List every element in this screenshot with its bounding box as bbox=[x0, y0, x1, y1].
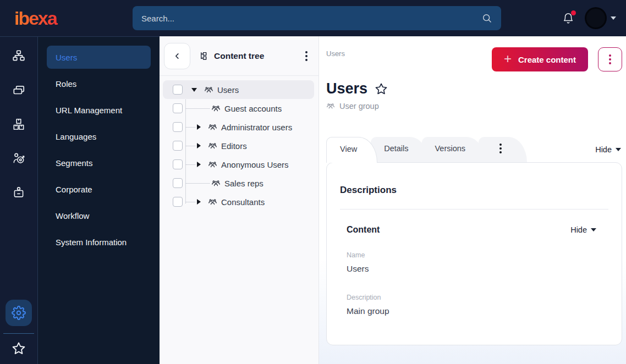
tree-checkbox[interactable] bbox=[173, 141, 183, 151]
user-group-icon bbox=[204, 85, 213, 95]
tree-connector bbox=[185, 108, 210, 109]
tab-view[interactable]: View bbox=[326, 137, 377, 163]
user-group-icon bbox=[211, 104, 221, 113]
ibexa-logo[interactable]: ibexa bbox=[14, 8, 133, 29]
tree-connector bbox=[185, 146, 195, 146]
tree-item-label: Sales reps bbox=[224, 179, 263, 188]
tree-item-users[interactable]: Users bbox=[163, 80, 314, 99]
tree-connector bbox=[185, 164, 195, 165]
tree-connector bbox=[185, 183, 210, 184]
tree-item-label: Consultants bbox=[221, 197, 265, 207]
sitemap-icon[interactable] bbox=[12, 49, 26, 63]
global-search bbox=[133, 6, 501, 30]
search-icon[interactable] bbox=[481, 13, 492, 24]
descriptions-card: Descriptions Content Hide Name Users bbox=[326, 162, 622, 345]
field-name: Name Users bbox=[347, 251, 608, 274]
user-group-icon bbox=[208, 123, 217, 132]
avatar[interactable] bbox=[586, 9, 605, 27]
hide-label: Hide bbox=[595, 145, 612, 154]
sidebar-menu: Users Roles URL Management Languages Seg… bbox=[38, 36, 160, 364]
tree-item-administrator-users[interactable]: Administrator users bbox=[163, 118, 314, 136]
personalization-target-icon[interactable] bbox=[12, 151, 26, 166]
expand-node-icon[interactable] bbox=[197, 162, 201, 167]
sidebar-item-languages[interactable]: Languages bbox=[47, 125, 151, 148]
settings-button[interactable] bbox=[6, 300, 32, 326]
tree-connector bbox=[185, 202, 195, 202]
field-description: Description Main group bbox=[347, 294, 608, 316]
bookmarks-button[interactable] bbox=[11, 341, 26, 356]
tabs: View Details Versions Hide bbox=[326, 137, 622, 162]
sidebar-item-system-information[interactable]: System Information bbox=[47, 230, 151, 253]
user-group-icon bbox=[208, 197, 217, 207]
notification-dot bbox=[571, 10, 576, 15]
sidebar-item-users[interactable]: Users bbox=[47, 46, 151, 69]
collapse-node-icon[interactable] bbox=[191, 88, 197, 92]
icon-rail bbox=[0, 36, 38, 364]
tree-checkbox[interactable] bbox=[173, 178, 183, 188]
tree-checkbox[interactable] bbox=[173, 85, 183, 95]
star-icon bbox=[11, 341, 26, 356]
tree-item-sales-reps[interactable]: Sales reps bbox=[163, 174, 314, 192]
user-group-icon bbox=[211, 179, 221, 188]
tree-item-label: Guest accounts bbox=[224, 104, 282, 113]
tree-checkbox[interactable] bbox=[173, 159, 183, 169]
sidebar-item-workflow[interactable]: Workflow bbox=[47, 204, 151, 227]
kebab-icon bbox=[606, 51, 614, 68]
tree-item-guest-accounts[interactable]: Guest accounts bbox=[163, 99, 314, 118]
user-group-icon bbox=[208, 160, 217, 169]
gear-icon bbox=[12, 306, 26, 320]
tree-options-button[interactable] bbox=[302, 48, 311, 64]
section-title: Content bbox=[347, 225, 380, 235]
tree-item-anonymous-users[interactable]: Anonymous Users bbox=[163, 155, 314, 174]
page-title: Users bbox=[326, 80, 367, 97]
favorite-star-icon[interactable] bbox=[374, 82, 388, 96]
admin-badge-icon[interactable] bbox=[12, 185, 26, 200]
field-label: Name bbox=[347, 251, 608, 259]
sidebar-item-roles[interactable]: Roles bbox=[47, 72, 151, 95]
notifications-button[interactable] bbox=[562, 12, 574, 24]
tree-checkbox[interactable] bbox=[173, 103, 183, 113]
sidebar-item-url-management[interactable]: URL Management bbox=[47, 98, 151, 122]
hide-label: Hide bbox=[570, 225, 587, 234]
plus-icon: + bbox=[504, 52, 512, 65]
field-label: Description bbox=[347, 294, 608, 301]
tree-item-label: Administrator users bbox=[221, 123, 292, 132]
hide-section-toggle[interactable]: Hide bbox=[570, 225, 596, 234]
chevron-down-icon[interactable] bbox=[611, 16, 616, 20]
field-value: Main group bbox=[347, 306, 608, 316]
card-heading: Descriptions bbox=[340, 185, 608, 196]
page-options-button[interactable] bbox=[598, 47, 622, 71]
collapse-tree-button[interactable] bbox=[164, 43, 190, 69]
topbar: ibexa bbox=[0, 0, 626, 36]
caret-down-icon bbox=[616, 148, 621, 151]
hide-all-toggle[interactable]: Hide bbox=[595, 145, 621, 154]
content-tree-title: Content tree bbox=[214, 51, 302, 61]
expand-node-icon[interactable] bbox=[197, 143, 201, 148]
boxes-icon[interactable] bbox=[12, 117, 26, 131]
tree-checkbox[interactable] bbox=[173, 197, 183, 207]
content-type-label: User group bbox=[339, 102, 379, 111]
create-content-button[interactable]: + Create content bbox=[492, 47, 588, 71]
content-tree-header: Content tree bbox=[160, 36, 319, 76]
caret-down-icon bbox=[591, 228, 596, 231]
content-tree-panel: Content tree Users bbox=[160, 36, 319, 364]
tree-item-label: Editors bbox=[221, 141, 247, 151]
tree-item-label: Users bbox=[217, 85, 239, 95]
tree-item-consultants[interactable]: Consultants bbox=[163, 192, 314, 211]
tab-versions[interactable]: Versions bbox=[422, 137, 486, 162]
sidebar-item-corporate[interactable]: Corporate bbox=[47, 178, 151, 201]
tab-more-button[interactable] bbox=[479, 137, 527, 162]
breadcrumb[interactable]: Users bbox=[326, 47, 345, 58]
pages-icon[interactable] bbox=[12, 83, 26, 97]
search-input[interactable] bbox=[141, 14, 481, 23]
expand-node-icon[interactable] bbox=[197, 124, 201, 130]
tree-checkbox[interactable] bbox=[173, 122, 183, 132]
tab-details[interactable]: Details bbox=[371, 137, 428, 162]
field-value: Users bbox=[347, 264, 608, 274]
tree-connector bbox=[185, 127, 195, 128]
main-content: Users + Create content Users bbox=[319, 36, 626, 364]
expand-node-icon[interactable] bbox=[197, 199, 201, 205]
tree-item-editors[interactable]: Editors bbox=[163, 136, 314, 155]
tree-icon bbox=[199, 51, 209, 61]
sidebar-item-segments[interactable]: Segments bbox=[47, 151, 151, 174]
